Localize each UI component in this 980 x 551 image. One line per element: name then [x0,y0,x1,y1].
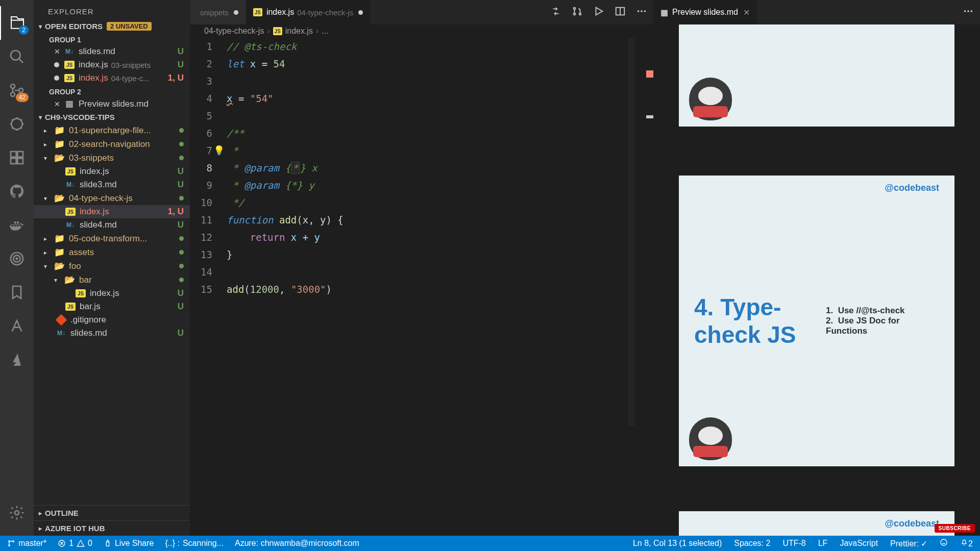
folder-foo[interactable]: ▾📂foo [34,259,190,273]
scm-icon[interactable]: 42 [0,73,34,107]
chevron-down-icon: ▾ [44,155,51,162]
docker-icon[interactable] [0,208,34,242]
dirty-dot-icon [358,10,363,15]
misc-icon[interactable] [0,309,34,343]
js-icon: JS [64,74,75,82]
folder-bar[interactable]: ▾📂bar [34,273,190,287]
dirty-dot-icon [54,62,59,67]
folder-01[interactable]: ▸📁01-supercharge-file... [34,123,190,137]
folder-03[interactable]: ▾📂03-snippets [34,151,190,165]
overview-ruler[interactable] [644,38,653,536]
file-index-04[interactable]: JSindex.js1, U [34,205,190,218]
search-icon[interactable] [0,40,34,73]
svg-rect-6 [17,152,23,157]
code-area[interactable]: 💡 // @ts-check let x = 54 x = "54" /** *… [227,38,644,536]
close-icon[interactable]: ✕ [54,100,59,108]
chevron-down-icon: ▾ [44,263,51,270]
bookmark-icon[interactable] [0,276,34,309]
chevron-right-icon: ▸ [44,141,51,148]
sidebar: EXPLORER ▾ OPEN EDITORS 2 UNSAVED GROUP … [34,0,190,536]
status-selection[interactable]: Ln 8, Col 13 (1 selected) [633,539,722,548]
js-icon: JS [65,303,76,311]
svg-point-20 [964,10,966,12]
file-index-03[interactable]: JSindex.jsU [34,165,190,178]
status-encoding[interactable]: UTF-8 [782,539,805,548]
tab-index-04[interactable]: JSindex.js04-type-check-js [246,0,371,24]
js-icon: JS [64,61,75,69]
group-1-label: GROUP 1 [34,33,190,45]
close-icon[interactable]: ✕ [743,8,750,17]
split-icon[interactable] [615,6,626,19]
chevron-down-icon: ▾ [44,195,51,202]
error-marker[interactable] [646,70,653,78]
preview-body[interactable]: @codebeast 4. Type-check JS 1. Use //@ts… [653,24,980,536]
open-editor-index-03[interactable]: JSindex.js03-snippetsU [34,58,190,71]
more-icon[interactable] [963,6,974,19]
modified-dot-icon [179,142,184,146]
breadcrumb[interactable]: 04-type-check-js› JSindex.js› ... [190,24,653,38]
azure-icon[interactable] [0,343,34,377]
editor-body[interactable]: 123456789101112131415 💡 // @ts-check let… [190,38,653,536]
explorer-icon[interactable]: 2 [0,6,34,40]
target-icon[interactable] [0,242,34,276]
svg-point-15 [579,13,581,15]
status-language[interactable]: JavaScript [840,539,878,548]
open-editors-header[interactable]: ▾ OPEN EDITORS 2 UNSAVED [34,20,190,33]
cursor-marker [646,115,653,118]
github-icon[interactable] [0,174,34,208]
status-azure[interactable]: Azure: chnwamba@microsoft.com [235,539,359,548]
subscribe-button[interactable]: SUBSCRIBE [935,524,975,533]
status-prettier[interactable]: Prettier: [890,539,927,548]
status-spaces[interactable]: Spaces: 2 [734,539,770,548]
tab-index-snippets[interactable]: snippets [190,0,246,24]
git-pull-icon[interactable] [572,6,583,19]
status-branch[interactable]: master* [7,539,46,548]
file-slides-root[interactable]: M↓slides.mdU [34,327,190,340]
lightbulb-icon[interactable]: 💡 [213,142,225,159]
folder-open-icon: 📂 [54,153,65,163]
open-editor-preview[interactable]: ✕▦Preview slides.md [34,97,190,111]
chevron-down-icon: ▾ [39,23,42,30]
folder-04[interactable]: ▾📂04-type-check-js [34,191,190,205]
mascot-icon [689,417,732,460]
scrollbar[interactable] [628,38,635,426]
svg-point-1 [11,84,15,88]
sidebar-title: EXPLORER [34,0,190,20]
folder-02[interactable]: ▸📁02-search-navigation [34,137,190,151]
status-liveshare[interactable]: Live Share [104,539,154,548]
svg-point-3 [19,88,23,92]
compare-icon[interactable] [550,6,561,19]
unsaved-badge: 2 UNSAVED [107,22,151,31]
close-icon[interactable]: ✕ [54,47,59,56]
run-icon[interactable] [593,6,604,19]
file-gitignore[interactable]: .gitignore [34,313,190,327]
more-icon[interactable] [636,6,647,19]
file-bar-index[interactable]: JSindex.jsU [34,287,190,300]
folder-open-icon: 📂 [54,261,65,271]
file-slide3[interactable]: M↓slide3.mdU [34,178,190,191]
status-scanning[interactable]: {..} :Scanning... [165,539,224,548]
svg-point-27 [941,539,947,545]
tab-preview[interactable]: ▦Preview slides.md✕ [653,0,757,24]
mascot-icon [689,78,732,120]
modified-dot-icon [179,250,184,255]
open-editor-slides[interactable]: ✕M↓slides.mdU [34,45,190,58]
debug-icon[interactable] [0,107,34,141]
status-bell[interactable]: 2 [960,538,973,548]
workspace-header[interactable]: ▾CH9-VSCODE-TIPS [34,111,190,123]
folder-assets[interactable]: ▸📁assets [34,245,190,259]
status-problems[interactable]: 10 [58,539,92,548]
svg-point-2 [11,92,15,96]
extensions-icon[interactable] [0,141,34,174]
azure-iot-header[interactable]: ▸AZURE IOT HUB [34,520,190,536]
folder-05[interactable]: ▸📁05-code-transform... [34,232,190,245]
handle-text: @codebeast [885,183,939,193]
file-tree: ▸📁01-supercharge-file... ▸📁02-search-nav… [34,123,190,505]
file-bar-js[interactable]: JSbar.jsU [34,300,190,313]
open-editor-index-04[interactable]: JSindex.js04-type-c...1, U [34,71,190,85]
file-slide4[interactable]: M↓slide4.mdU [34,218,190,232]
settings-icon[interactable] [0,496,34,530]
feedback-icon[interactable] [940,538,948,548]
outline-header[interactable]: ▸OUTLINE [34,505,190,520]
status-eol[interactable]: LF [818,539,828,548]
